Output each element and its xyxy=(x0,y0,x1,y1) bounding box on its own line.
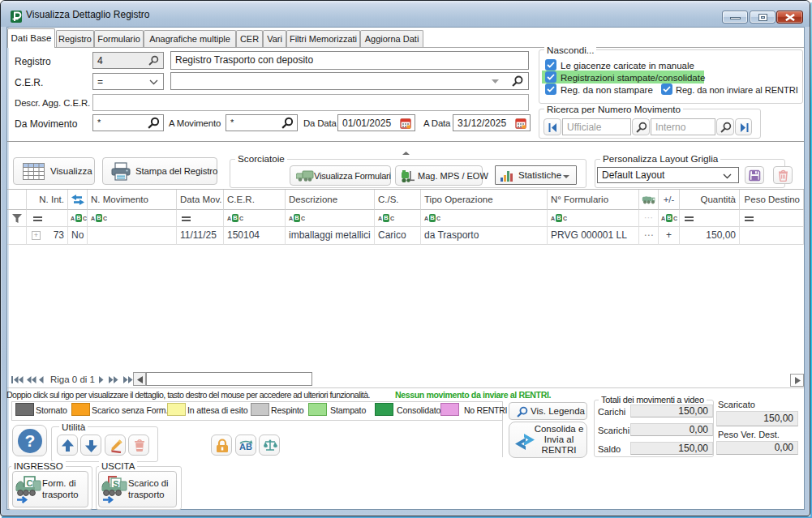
svg-text:C: C xyxy=(27,478,33,488)
